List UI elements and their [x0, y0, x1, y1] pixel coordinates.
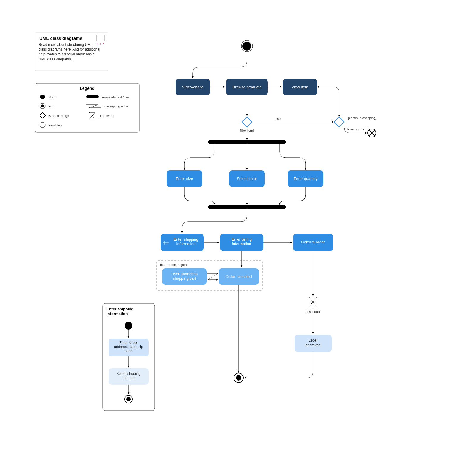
legend-branch: Branch/merge	[48, 114, 69, 118]
svg-text:Enter shipping: Enter shipping	[173, 237, 198, 242]
sub-start-node	[125, 322, 132, 330]
svg-text:information: information	[232, 242, 251, 246]
guard-leave: [leave website]	[347, 127, 368, 131]
svg-point-69	[126, 397, 131, 401]
svg-text:information: information	[107, 311, 128, 316]
svg-rect-1	[35, 70, 108, 71]
svg-text:Confirm order: Confirm order	[301, 240, 325, 244]
legend-final: Final flow	[48, 123, 62, 127]
order-canceled-node: Order canceled	[219, 268, 259, 285]
join-bar	[208, 205, 286, 209]
legend-end: End	[48, 104, 54, 108]
svg-text:Browse products: Browse products	[233, 85, 262, 89]
svg-point-9	[41, 105, 44, 107]
svg-text:Enter billing: Enter billing	[231, 237, 252, 242]
start-node	[241, 40, 253, 52]
select-color-node: Select color	[229, 170, 265, 187]
svg-text:View item: View item	[292, 85, 308, 89]
browse-products-node: Browse products	[226, 79, 268, 95]
hfork-icon	[86, 95, 99, 98]
svg-text:Enter size: Enter size	[176, 176, 193, 181]
guard-continue: [continue shopping]	[348, 116, 376, 120]
svg-text:address, state, zip: address, state, zip	[114, 345, 143, 349]
info-callout: UML class diagrams Read more about struc…	[35, 33, 108, 71]
fork-bar	[208, 140, 286, 144]
legend-title: Legend	[80, 86, 95, 91]
visit-website-node: Visit website	[176, 79, 210, 95]
legend-box: Legend Start Horizontal fork/join End In…	[35, 83, 139, 132]
interrupting-edge	[207, 273, 218, 280]
final-flow-node	[368, 129, 376, 137]
svg-text:Enter street: Enter street	[119, 341, 138, 345]
svg-text:method: method	[123, 376, 134, 380]
enter-quantity-node: Enter quantity	[288, 170, 323, 187]
start-icon	[40, 95, 45, 99]
interruption-region-label: Interruption region	[160, 263, 187, 267]
svg-text:Order: Order	[309, 338, 318, 342]
svg-text:Enter quantity: Enter quantity	[294, 176, 318, 181]
legend-hfork: Horizontal fork/join	[102, 95, 129, 99]
svg-text:Order canceled: Order canceled	[226, 274, 252, 279]
decision-continue	[334, 117, 344, 127]
callout-title: UML class diagrams	[39, 36, 82, 41]
svg-text:shopping cart: shopping cart	[173, 276, 196, 281]
legend-iedge: Interrupting edge	[104, 104, 128, 108]
callout-body: Read more about structuring UML class di…	[39, 42, 101, 62]
confirm-order-node: Confirm order	[293, 234, 333, 251]
svg-text:Select color: Select color	[237, 176, 257, 181]
svg-text:[approved]: [approved]	[305, 343, 322, 347]
svg-text:Visit website: Visit website	[182, 85, 203, 89]
svg-text:code: code	[125, 349, 132, 353]
svg-text:information: information	[176, 242, 195, 246]
svg-text:Select shipping: Select shipping	[116, 372, 140, 376]
view-item-node: View item	[283, 79, 317, 95]
legend-start: Start	[48, 95, 55, 99]
svg-point-54	[236, 375, 241, 381]
decision-like-item	[242, 117, 252, 127]
svg-text:Enter shipping: Enter shipping	[107, 307, 134, 311]
enter-size-node: Enter size	[167, 170, 202, 187]
end-node	[234, 373, 243, 383]
legend-timee: Time event	[98, 114, 114, 118]
svg-text:User abandons: User abandons	[171, 272, 198, 276]
time-event-node	[309, 297, 317, 307]
guard-else: [else]	[274, 117, 281, 120]
svg-point-13	[242, 42, 251, 51]
